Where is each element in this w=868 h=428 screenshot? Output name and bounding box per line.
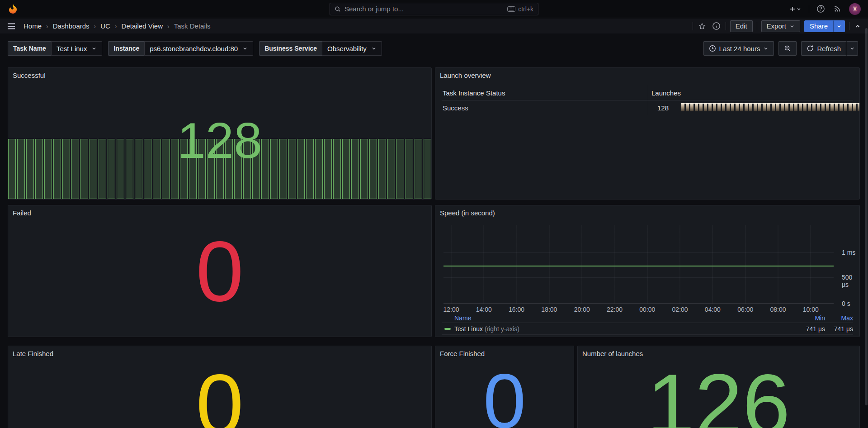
x-tick-label: 02:00 [672,306,688,313]
breadcrumb-separator: › [46,23,48,30]
column-launches[interactable]: Launches [651,89,681,97]
topbar-actions: ♜ [788,3,861,15]
breadcrumb-current: Task Details [174,22,211,30]
variable-filters: Task Name Test Linux Instance ps6.stoneb… [8,41,382,56]
zoom-out-icon [784,45,791,52]
filter-instance-selected: ps6.stonebranchdev.cloud:80 [150,45,238,52]
edit-button[interactable]: Edit [730,20,753,32]
export-label: Export [767,22,786,30]
legend-min-value: 741 µs [806,325,825,333]
breadcrumb-link[interactable]: Home [24,22,42,30]
time-controls: Last 24 hours Refresh [703,41,858,56]
breadcrumb-separator: › [94,23,96,30]
user-avatar[interactable]: ♜ [849,3,861,15]
y-tick-500us: 500 µs [842,274,859,288]
search-shortcut: ctrl+k [507,5,533,13]
x-tick-label: 20:00 [574,306,590,313]
table-row: Success 128 [442,100,853,115]
legend-col-name[interactable]: Name [454,314,471,322]
collapse-toolbar-button[interactable] [854,22,862,30]
chevron-down-icon [836,24,842,29]
filter-business-service: Business Service Observability [259,41,382,56]
panel-successful-title[interactable]: Successful [13,71,46,79]
filter-business-service-label: Business Service [259,41,322,56]
x-tick-label: 08:00 [770,306,786,313]
x-tick-label: 12:00 [443,306,459,313]
page-scrollbar [865,21,868,426]
breadcrumb-bar: Home›Dashboards›UC›Detailed View›Task De… [0,19,868,33]
info-icon [712,22,721,30]
panel-number-of-launches: Number of launches 126 [577,346,860,428]
gridline-1ms [443,252,834,253]
panel-failed-title[interactable]: Failed [13,209,31,217]
y-tick-0s: 0 s [842,300,850,307]
time-range-label: Last 24 hours [719,45,760,52]
x-tick-label: 06:00 [737,306,753,313]
share-button[interactable]: Share [804,20,833,32]
help-button[interactable] [816,4,826,14]
successful-value: 128 [8,115,431,166]
speed-plot-area [443,225,834,304]
dashboard-info-button[interactable] [711,21,722,31]
legend-col-max[interactable]: Max [841,314,853,322]
search-icon [335,6,341,12]
panel-number-of-launches-title[interactable]: Number of launches [582,350,643,357]
filter-task-name-value[interactable]: Test Linux [51,41,103,56]
speed-x-axis: 12:0014:0016:0018:0020:0022:0000:0002:00… [443,306,834,314]
search-input[interactable] [344,5,504,13]
chevron-down-icon [849,46,855,51]
panel-force-finished-title[interactable]: Force Finished [440,350,485,357]
scrollbar-thumb[interactable] [865,28,868,405]
breadcrumb-link[interactable]: UC [100,22,110,30]
star-icon [698,22,706,30]
help-icon [816,5,825,13]
panel-speed-title[interactable]: Speed (in second) [440,209,495,217]
breadcrumb-link[interactable]: Dashboards [53,22,90,30]
filter-task-name: Task Name Test Linux [8,41,102,56]
chevron-down-icon [789,24,795,29]
grafana-logo[interactable] [7,3,19,15]
refresh-split-button: Refresh [801,41,858,56]
menu-toggle-button[interactable] [6,22,16,30]
clock-icon [709,45,716,52]
news-button[interactable] [832,4,843,14]
panel-launch-overview: Launch overview Task Instance Status Lau… [435,67,860,200]
time-range-picker[interactable]: Last 24 hours [703,41,774,56]
actions-divider [726,22,726,30]
search-box[interactable]: ctrl+k [330,3,538,15]
cell-launches-value: 128 [657,104,669,112]
filter-business-service-value[interactable]: Observability [322,41,382,56]
column-task-instance-status[interactable]: Task Instance Status [443,89,505,97]
panel-late-finished-title[interactable]: Late Finished [13,350,53,357]
chevron-down-icon [371,46,377,51]
panel-speed: Speed (in second) 1 ms 500 µs 0 s 12:001… [435,205,860,337]
failed-value: 0 [8,228,431,314]
chevron-down-icon [242,46,248,51]
series-axis-note: (right y-axis) [485,325,519,333]
export-button[interactable]: Export [761,20,800,32]
chevron-down-icon [796,6,802,12]
force-finished-value: 0 [435,362,574,428]
filter-business-service-selected: Observability [327,45,367,52]
share-menu-button[interactable] [833,20,845,32]
zoom-out-button[interactable] [778,41,797,56]
actions-divider [849,22,849,30]
x-tick-label: 10:00 [803,306,819,313]
refresh-button[interactable]: Refresh [801,41,846,56]
legend-col-min[interactable]: Min [815,314,825,322]
x-tick-label: 18:00 [541,306,557,313]
new-menu-button[interactable] [788,5,802,14]
chevron-up-icon [854,23,861,29]
filter-instance-value[interactable]: ps6.stonebranchdev.cloud:80 [144,41,253,56]
gridline-500us [443,277,834,278]
chevron-down-icon [91,46,97,51]
legend-series-name[interactable]: Test Linux (right y-axis) [454,325,519,333]
grafana-flame-icon [8,4,19,14]
breadcrumb-separator: › [115,23,117,30]
panel-launch-overview-title[interactable]: Launch overview [440,71,491,79]
panel-late-finished: Late Finished 0 [8,346,432,428]
breadcrumb-link[interactable]: Detailed View [122,22,163,30]
share-split-button: Share [804,20,845,32]
favorite-button[interactable] [697,21,707,31]
refresh-interval-button[interactable] [846,41,858,56]
